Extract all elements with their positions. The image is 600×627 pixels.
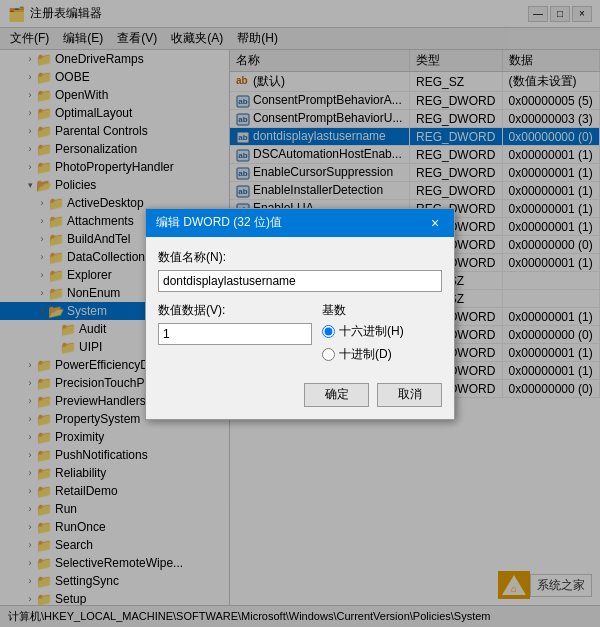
base-radio-group: 十六进制(H) 十进制(D): [322, 323, 442, 363]
hex-radio-text: 十六进制(H): [339, 323, 404, 340]
base-label: 基数: [322, 302, 442, 319]
edit-dword-dialog: 编辑 DWORD (32 位)值 × 数值名称(N): 数值数据(V): 基数 …: [145, 208, 455, 420]
dec-radio[interactable]: [322, 348, 335, 361]
value-data-field[interactable]: [158, 323, 312, 345]
value-data-label: 数值数据(V):: [158, 302, 312, 319]
cancel-button[interactable]: 取消: [377, 383, 442, 407]
dec-radio-label[interactable]: 十进制(D): [322, 346, 442, 363]
hex-radio-label[interactable]: 十六进制(H): [322, 323, 442, 340]
value-data-section: 数值数据(V):: [158, 302, 312, 363]
dialog-close-button[interactable]: ×: [426, 214, 444, 232]
dialog-body: 数值名称(N): 数值数据(V): 基数 十六进制(H): [146, 237, 454, 419]
dialog-main-row: 数值数据(V): 基数 十六进制(H) 十进制(D): [158, 302, 442, 363]
dec-radio-text: 十进制(D): [339, 346, 392, 363]
hex-radio[interactable]: [322, 325, 335, 338]
base-section: 基数 十六进制(H) 十进制(D): [322, 302, 442, 363]
ok-button[interactable]: 确定: [304, 383, 369, 407]
dialog-buttons: 确定 取消: [158, 377, 442, 407]
dialog-overlay: 编辑 DWORD (32 位)值 × 数值名称(N): 数值数据(V): 基数 …: [0, 0, 600, 627]
dialog-title-text: 编辑 DWORD (32 位)值: [156, 214, 282, 231]
dialog-title-bar: 编辑 DWORD (32 位)值 ×: [146, 209, 454, 237]
value-name-field[interactable]: [158, 270, 442, 292]
value-name-label: 数值名称(N):: [158, 249, 442, 266]
